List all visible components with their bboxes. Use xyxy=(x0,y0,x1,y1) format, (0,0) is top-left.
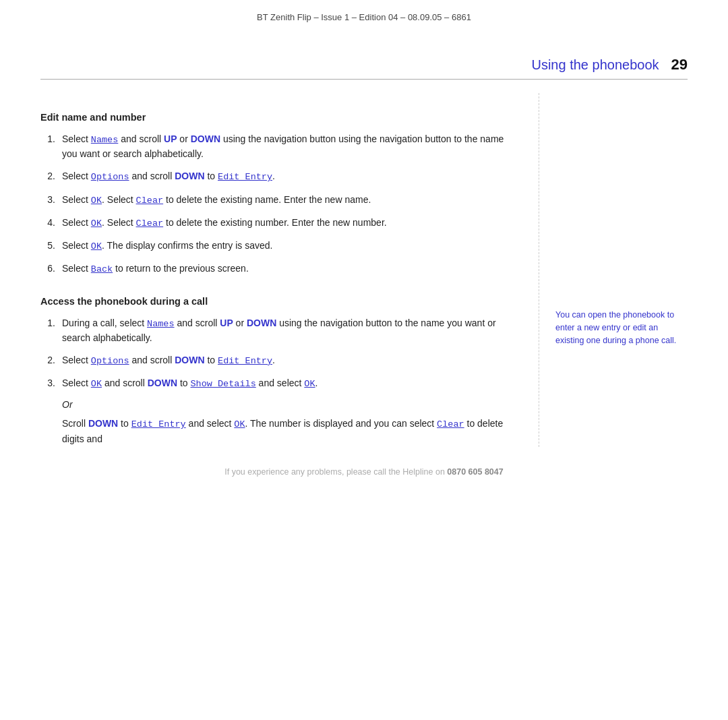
step-num: 2. xyxy=(40,169,55,184)
footer: If you experience any problems, please c… xyxy=(0,447,728,487)
document-title: BT Zenith Flip – Issue 1 – Edition 04 – … xyxy=(257,12,471,22)
main-content: Edit name and number 1. Select Names and… xyxy=(0,80,728,447)
or-label: Or xyxy=(62,399,518,410)
right-column: You can open the phonebook to enter a ne… xyxy=(539,93,688,447)
footer-text: If you experience any problems, please c… xyxy=(224,467,447,477)
edit-entry-link: Edit Entry xyxy=(218,356,272,366)
ok-link: OK xyxy=(91,196,102,206)
edit-entry-link: Edit Entry xyxy=(218,172,272,182)
document-header: BT Zenith Flip – Issue 1 – Edition 04 – … xyxy=(0,0,728,29)
show-details-link: Show Details xyxy=(191,379,256,389)
step-content: Select Options and scroll DOWN to Edit E… xyxy=(62,169,518,184)
step-num: 2. xyxy=(40,353,55,368)
edit-step-6: 6. Select Back to return to the previous… xyxy=(40,262,518,276)
names-link: Names xyxy=(147,319,175,329)
page-number: 29 xyxy=(671,56,688,73)
step-content: Select OK. The display confirms the entr… xyxy=(62,239,518,253)
up-label: UP xyxy=(220,318,233,328)
step-content: Select Options and scroll DOWN to Edit E… xyxy=(62,353,518,368)
step-num: 1. xyxy=(40,316,55,345)
step-content: Select Names and scroll UP or DOWN using… xyxy=(62,132,518,161)
down-label: DOWN xyxy=(247,318,276,328)
scroll-block: Scroll DOWN to Edit Entry and select OK.… xyxy=(62,417,518,447)
down-label: DOWN xyxy=(191,133,220,144)
left-column: Edit name and number 1. Select Names and… xyxy=(40,93,539,447)
edit-step-5: 5. Select OK. The display confirms the e… xyxy=(40,239,518,253)
helpline-number: 0870 605 8047 xyxy=(447,467,503,477)
down-label: DOWN xyxy=(175,171,204,181)
step-num: 5. xyxy=(40,239,55,253)
clear-link: Clear xyxy=(136,196,164,206)
access-step-2: 2. Select Options and scroll DOWN to Edi… xyxy=(40,353,518,368)
step-content: During a call, select Names and scroll U… xyxy=(62,316,518,345)
step-num: 3. xyxy=(40,376,55,391)
ok-link: OK xyxy=(91,379,102,389)
header-right: Using the phonebook 29 xyxy=(531,56,688,73)
step-content: Select OK and scroll DOWN to Show Detail… xyxy=(62,376,518,391)
edit-step-1: 1. Select Names and scroll UP or DOWN us… xyxy=(40,132,518,161)
down-label: DOWN xyxy=(88,418,118,429)
down-label: DOWN xyxy=(175,355,204,365)
edit-section-heading: Edit name and number xyxy=(40,112,518,123)
edit-step-4: 4. Select OK. Select Clear to delete the… xyxy=(40,216,518,231)
step-num: 6. xyxy=(40,262,55,276)
access-section: Access the phonebook during a call 1. Du… xyxy=(40,296,518,447)
step-num: 1. xyxy=(40,132,55,161)
step-num: 3. xyxy=(40,193,55,208)
ok-link: OK xyxy=(234,419,245,429)
back-link: Back xyxy=(91,264,113,274)
page-top-bar: Using the phonebook 29 xyxy=(0,29,728,79)
step-content: Select OK. Select Clear to delete the ex… xyxy=(62,216,518,231)
access-step-3: 3. Select OK and scroll DOWN to Show Det… xyxy=(40,376,518,391)
down-label: DOWN xyxy=(148,378,177,388)
edit-section: Edit name and number 1. Select Names and… xyxy=(40,112,518,277)
clear-link: Clear xyxy=(136,218,164,229)
edit-steps-list: 1. Select Names and scroll UP or DOWN us… xyxy=(40,132,518,277)
edit-step-2: 2. Select Options and scroll DOWN to Edi… xyxy=(40,169,518,184)
names-link: Names xyxy=(91,135,119,145)
edit-entry-link: Edit Entry xyxy=(131,419,186,429)
access-step-1: 1. During a call, select Names and scrol… xyxy=(40,316,518,345)
step-num: 4. xyxy=(40,216,55,231)
step-content: Select OK. Select Clear to delete the ex… xyxy=(62,193,518,208)
options-link: Options xyxy=(91,172,129,182)
section-title: Using the phonebook xyxy=(531,57,659,73)
access-steps-list: 1. During a call, select Names and scrol… xyxy=(40,316,518,392)
edit-step-3: 3. Select OK. Select Clear to delete the… xyxy=(40,193,518,208)
ok-link: OK xyxy=(304,379,315,389)
right-note: You can open the phonebook to enter a ne… xyxy=(555,309,688,347)
access-section-heading: Access the phonebook during a call xyxy=(40,296,518,307)
up-label: UP xyxy=(164,133,177,144)
step-content: Select Back to return to the previous sc… xyxy=(62,262,518,276)
ok-link: OK xyxy=(91,218,102,229)
ok-link: OK xyxy=(91,241,102,251)
clear-link: Clear xyxy=(437,419,464,429)
options-link: Options xyxy=(91,356,129,366)
